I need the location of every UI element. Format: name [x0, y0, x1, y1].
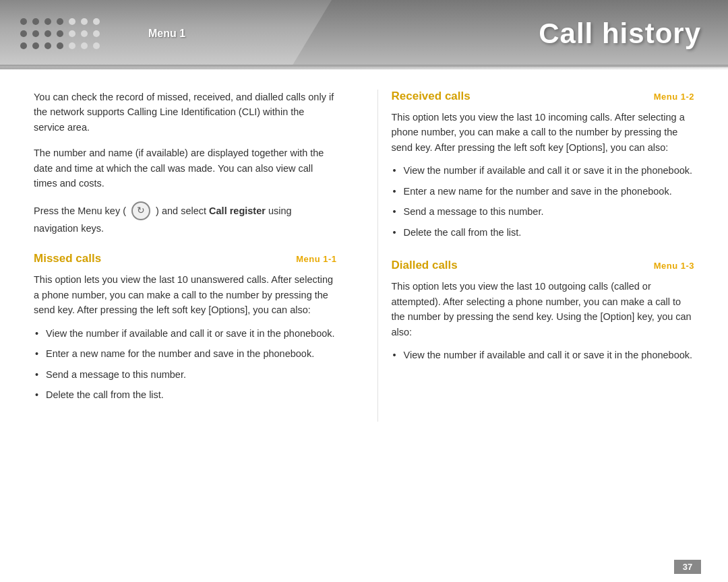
- missed-calls-menu-num: Menu 1-1: [296, 254, 336, 264]
- dialled-calls-header: Dialled calls Menu 1-3: [392, 259, 695, 272]
- page-title: Call history: [539, 18, 701, 50]
- dot: [44, 42, 51, 49]
- page-header: Menu 1 Call history: [0, 0, 728, 67]
- dialled-calls-body: This option lets you view the last 10 ou…: [392, 279, 695, 340]
- intro-paragraph-1: You can check the record of missed, rece…: [34, 90, 337, 135]
- dot: [93, 30, 100, 37]
- dot: [57, 42, 63, 49]
- dot: [93, 18, 100, 25]
- dots-row-1: [20, 18, 135, 25]
- dot: [93, 42, 100, 49]
- dot: [32, 30, 39, 37]
- missed-calls-header: Missed calls Menu 1-1: [34, 252, 337, 265]
- list-item: View the number if available and call it…: [392, 163, 695, 178]
- dot: [81, 18, 88, 25]
- intro-paragraph-2: The number and name (if available) are d…: [34, 146, 337, 191]
- missed-calls-body: This option lets you view the last 10 un…: [34, 272, 337, 317]
- missed-calls-section: Missed calls Menu 1-1 This option lets y…: [34, 252, 337, 402]
- received-calls-body: This option lets you view the last 10 in…: [392, 110, 695, 155]
- dot: [81, 30, 88, 37]
- dot: [32, 18, 39, 25]
- list-item: Delete the call from the list.: [34, 387, 337, 402]
- received-calls-bullets: View the number if available and call it…: [392, 163, 695, 240]
- page-footer: 37: [0, 552, 728, 582]
- dialled-calls-bullets: View the number if available and call it…: [392, 348, 695, 362]
- dot: [32, 42, 39, 49]
- list-item: Send a message to this number.: [392, 204, 695, 219]
- dot: [20, 30, 27, 37]
- received-calls-menu-num: Menu 1-2: [654, 92, 694, 102]
- dot: [57, 30, 63, 37]
- dot: [57, 18, 63, 25]
- dot: [44, 30, 51, 37]
- right-column: Received calls Menu 1-2 This option lets…: [377, 90, 695, 422]
- dot: [20, 18, 27, 25]
- dot: [20, 42, 27, 49]
- dots-row-2: [20, 30, 135, 37]
- received-calls-title: Received calls: [392, 90, 471, 103]
- main-content: You can check the record of missed, rece…: [0, 69, 728, 442]
- dialled-calls-title: Dialled calls: [392, 259, 458, 272]
- dot: [44, 18, 51, 25]
- dots-row-3: [20, 42, 135, 49]
- menu-key-icon: [131, 201, 150, 220]
- dialled-calls-menu-num: Menu 1-3: [654, 261, 694, 271]
- list-item: View the number if available and call it…: [34, 326, 337, 341]
- dot: [69, 30, 75, 37]
- dot: [69, 18, 75, 25]
- list-item: Send a message to this number.: [34, 367, 337, 382]
- received-calls-header: Received calls Menu 1-2: [392, 90, 695, 103]
- header-dots-area: [0, 0, 135, 67]
- dot: [69, 42, 75, 49]
- menu-key-paragraph: Press the Menu key ( ) and select Call r…: [34, 202, 337, 236]
- received-calls-section: Received calls Menu 1-2 This option lets…: [392, 90, 695, 240]
- menu-label: Menu 1: [148, 28, 185, 40]
- missed-calls-bullets: View the number if available and call it…: [34, 326, 337, 403]
- list-item: Enter a new name for the number and save…: [392, 184, 695, 199]
- menu-key-text-before: Press the Menu key (: [34, 205, 126, 216]
- menu-key-text-after: ) and select: [156, 205, 209, 216]
- list-item: Enter a new name for the number and save…: [34, 346, 337, 361]
- list-item: View the number if available and call it…: [392, 348, 695, 362]
- left-column: You can check the record of missed, rece…: [34, 90, 351, 422]
- list-item: Delete the call from the list.: [392, 225, 695, 240]
- dialled-calls-section: Dialled calls Menu 1-3 This option lets …: [392, 259, 695, 362]
- missed-calls-title: Missed calls: [34, 252, 101, 265]
- call-register-bold: Call register: [209, 205, 266, 216]
- dot: [81, 42, 88, 49]
- page-number: 37: [674, 560, 701, 574]
